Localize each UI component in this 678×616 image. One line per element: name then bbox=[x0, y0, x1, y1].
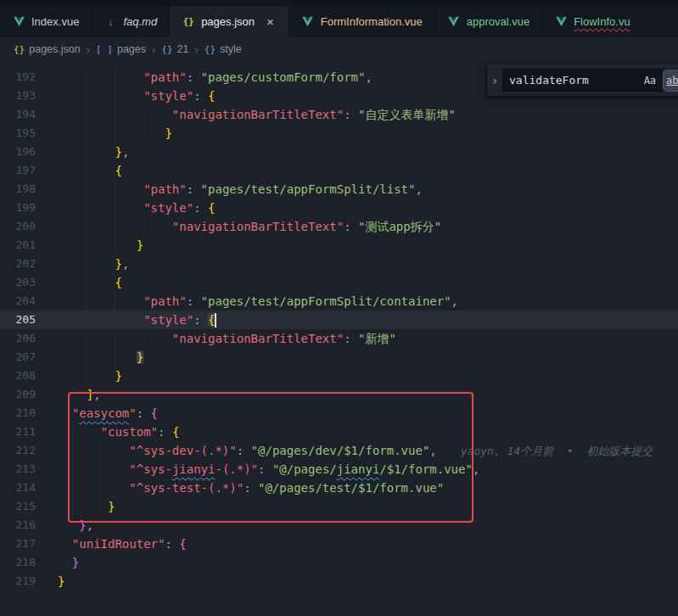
code-token: "@/pages/ bbox=[272, 462, 337, 476]
line-number[interactable]: 215 bbox=[0, 497, 36, 516]
code-token: "pages/customForm/form" bbox=[201, 70, 366, 84]
tab-index-vue[interactable]: Index.vue bbox=[0, 6, 92, 37]
code-token: , bbox=[122, 145, 129, 159]
indent-guide bbox=[72, 441, 73, 460]
code-editor[interactable]: › validateForm Aa ab .* 192 "path": "pag… bbox=[0, 61, 678, 616]
code-line[interactable]: 211 "custom": { bbox=[0, 423, 678, 441]
code-line[interactable]: 216 }, bbox=[0, 516, 678, 535]
indent-guide bbox=[115, 329, 115, 348]
line-number[interactable]: 218 bbox=[0, 553, 36, 572]
line-number[interactable]: 209 bbox=[0, 385, 36, 404]
line-number[interactable]: 194 bbox=[0, 105, 36, 124]
code-line[interactable]: 219} bbox=[0, 572, 678, 591]
line-number[interactable]: 212 bbox=[0, 441, 36, 460]
breadcrumb-item-pages[interactable]: [ ]pages bbox=[96, 43, 146, 55]
code-token: "navigationBarTitleText" bbox=[172, 332, 344, 345]
whole-word-button[interactable]: ab bbox=[664, 70, 678, 91]
line-number[interactable]: 201 bbox=[0, 236, 36, 255]
code-token: , bbox=[415, 182, 422, 196]
line-number[interactable]: 197 bbox=[0, 161, 36, 180]
indent-guide bbox=[72, 423, 73, 441]
line-number[interactable]: 208 bbox=[0, 367, 36, 385]
line-number[interactable]: 198 bbox=[0, 180, 36, 199]
code-line[interactable]: 194 "navigationBarTitleText": "自定义表单新增" bbox=[0, 105, 678, 124]
code-line[interactable]: 212 "^sys-dev-(.*)": "@/pages/dev/$1/for… bbox=[0, 441, 678, 460]
code-line[interactable]: 217 "uniIdRouter": { bbox=[0, 535, 678, 553]
code-line[interactable]: 200 "navigationBarTitleText": "测试app拆分" bbox=[0, 217, 678, 236]
code-line[interactable]: 199 "style": { bbox=[0, 199, 678, 217]
line-number[interactable]: 195 bbox=[0, 124, 36, 143]
find-query-text[interactable]: validateForm bbox=[509, 71, 636, 90]
line-number[interactable]: 216 bbox=[0, 516, 36, 535]
code-line[interactable]: 195 } bbox=[0, 124, 678, 143]
line-number[interactable]: 204 bbox=[0, 292, 36, 311]
line-number[interactable]: 217 bbox=[0, 535, 36, 553]
line-number[interactable]: 219 bbox=[0, 572, 36, 591]
line-number[interactable]: 203 bbox=[0, 273, 36, 292]
tab-flowinfo-vu[interactable]: FlowInfo.vu bbox=[542, 6, 642, 37]
code-content: { bbox=[36, 161, 678, 180]
line-number[interactable]: 205 bbox=[0, 311, 36, 329]
code-line[interactable]: 203 { bbox=[0, 273, 678, 292]
line-number[interactable]: 196 bbox=[0, 143, 36, 161]
breadcrumb-item-style[interactable]: {}style bbox=[205, 43, 242, 55]
code-line[interactable]: 215 } bbox=[0, 497, 678, 516]
code-line[interactable]: 208 } bbox=[0, 367, 678, 385]
code-line[interactable]: 210 "easycom": { bbox=[0, 404, 678, 423]
line-number[interactable]: 200 bbox=[0, 217, 36, 236]
tab-label: Index.vue bbox=[31, 15, 79, 28]
code-token: { bbox=[208, 313, 215, 327]
code-token: } bbox=[72, 556, 79, 569]
code-line[interactable]: 206 "navigationBarTitleText": "新增" bbox=[0, 329, 678, 348]
code-line[interactable]: 202 }, bbox=[0, 255, 678, 273]
line-number[interactable]: 210 bbox=[0, 404, 36, 423]
line-number[interactable]: 202 bbox=[0, 255, 36, 273]
indent-guide bbox=[115, 180, 115, 199]
breadcrumb-item-pages-json[interactable]: {}pages.json bbox=[14, 43, 81, 55]
tab-label: FlowInfo.vu bbox=[574, 15, 630, 28]
code-line[interactable]: 204 "path": "pages/test/appFormSplit/con… bbox=[0, 292, 678, 311]
line-number[interactable]: 214 bbox=[0, 479, 36, 497]
code-line[interactable]: 196 }, bbox=[0, 143, 678, 161]
tab-forminformation-vue[interactable]: FormInformation.vue bbox=[289, 6, 435, 37]
code-line[interactable]: 205 "style": { bbox=[0, 311, 678, 329]
code-line[interactable]: 209 ], bbox=[0, 385, 678, 404]
code-token: : bbox=[193, 89, 208, 103]
close-icon[interactable]: × bbox=[264, 14, 277, 29]
code-line[interactable]: 207 } bbox=[0, 348, 678, 367]
find-input[interactable]: validateForm Aa ab .* bbox=[502, 69, 678, 92]
toggle-replace-chevron[interactable]: › bbox=[487, 64, 502, 96]
line-number[interactable]: 213 bbox=[0, 460, 36, 479]
tab-pages-json[interactable]: {}pages.json× bbox=[170, 6, 289, 37]
tab-label: FormInformation.vue bbox=[321, 15, 423, 28]
tab-approval-vue[interactable]: approval.vue bbox=[435, 6, 542, 37]
code-line[interactable]: 197 { bbox=[0, 161, 678, 180]
code-line[interactable]: 198 "path": "pages/test/appFormSplit/lis… bbox=[0, 180, 678, 199]
match-case-button[interactable]: Aa bbox=[642, 70, 658, 91]
line-number[interactable]: 192 bbox=[0, 68, 36, 87]
code-token: } bbox=[137, 350, 143, 364]
breadcrumb-separator: › bbox=[152, 43, 155, 56]
code-token: : bbox=[158, 425, 172, 439]
line-number[interactable]: 193 bbox=[0, 87, 36, 105]
line-number[interactable]: 199 bbox=[0, 199, 36, 217]
line-number[interactable]: 211 bbox=[0, 423, 36, 441]
breadcrumb-item-21[interactable]: {}21 bbox=[161, 43, 188, 55]
code-line[interactable]: 218 } bbox=[0, 553, 678, 572]
code-line[interactable]: 214 "^sys-test-(.*)": "@/pages/test/$1/f… bbox=[0, 479, 678, 497]
tab-bar: Index.vue↓faq.md{}pages.json×FormInforma… bbox=[0, 6, 678, 37]
tab-faq-md[interactable]: ↓faq.md bbox=[92, 6, 170, 37]
indent-guide bbox=[87, 217, 87, 236]
code-line[interactable]: 201 } bbox=[0, 236, 678, 255]
indent-guide bbox=[72, 460, 73, 479]
vue-icon bbox=[12, 15, 25, 29]
code-token: } bbox=[137, 238, 143, 252]
line-number[interactable]: 206 bbox=[0, 329, 36, 348]
code-line[interactable]: 213 "^sys-jianyi-(.*)": "@/pages/jianyi/… bbox=[0, 460, 678, 479]
indent-guide bbox=[87, 311, 87, 329]
tab-label: faq.md bbox=[123, 15, 157, 28]
code-token: { bbox=[179, 537, 186, 551]
code-token: : bbox=[165, 537, 179, 551]
indent-guide bbox=[87, 124, 87, 143]
line-number[interactable]: 207 bbox=[0, 348, 36, 367]
